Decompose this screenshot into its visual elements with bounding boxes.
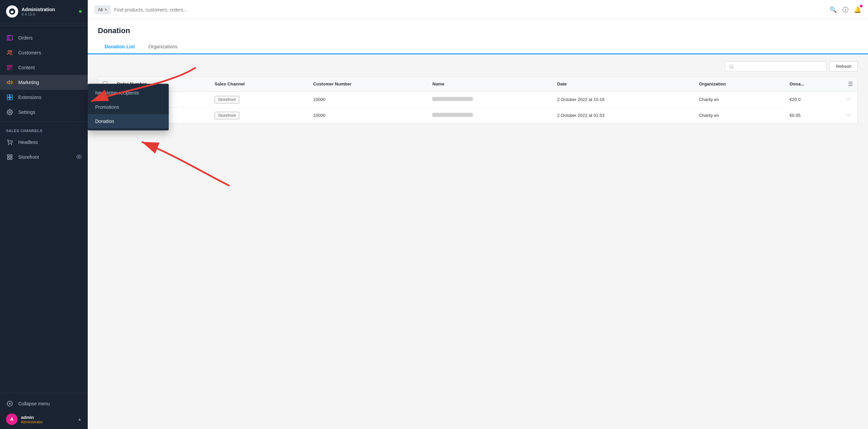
table-search-icon	[729, 64, 734, 69]
sidebar-item-label-extensions: Extensions	[18, 95, 82, 100]
sidebar: Administration 6.4.15.0 Orders Customers	[0, 0, 88, 429]
submenu-flyout: Newsletter recipients Promotions Donatio…	[88, 84, 169, 130]
table-toolbar: Refresh	[98, 61, 858, 72]
svg-rect-1	[7, 35, 12, 40]
user-info: admin Administrator	[21, 415, 43, 424]
table-search-box	[725, 61, 826, 71]
row1-date: 2 October 2022 at 15:16	[552, 92, 694, 107]
storefront-icon	[6, 153, 13, 161]
sidebar-item-orders[interactable]: Orders	[0, 30, 88, 45]
tabs: Donation List Organizations	[98, 40, 858, 53]
row1-sales-channel: Storefront	[210, 92, 308, 107]
header-sales-channel[interactable]: Sales Channel	[210, 77, 308, 92]
collapse-menu-label: Collapse menu	[18, 401, 50, 406]
data-table: Order Number Sales Channel Customer Numb…	[98, 76, 858, 124]
extensions-icon	[6, 94, 13, 101]
svg-point-23	[730, 65, 733, 68]
page-title: Donation	[98, 26, 858, 40]
eye-icon[interactable]	[76, 154, 82, 160]
orders-icon	[6, 34, 13, 42]
row1-channel-badge: Storefront	[215, 96, 239, 103]
sidebar-item-content[interactable]: Content	[0, 60, 88, 75]
header-customer-number[interactable]: Customer Number	[308, 77, 428, 92]
svg-point-4	[10, 51, 12, 52]
topbar-right: 🔍 ⓘ 🔔	[830, 6, 861, 14]
sidebar-item-marketing[interactable]: Marketing	[0, 75, 88, 90]
sidebar-item-label-marketing: Marketing	[18, 80, 82, 85]
tab-organizations[interactable]: Organizations	[141, 40, 184, 54]
collapse-menu-button[interactable]: Collapse menu	[6, 397, 82, 410]
svg-rect-10	[7, 95, 10, 97]
row2-name-blurred	[432, 113, 473, 117]
notification-icon[interactable]: 🔔	[854, 6, 861, 14]
user-chevron-icon[interactable]: ▲	[78, 417, 82, 422]
row2-sales-channel: Storefront	[210, 107, 308, 123]
column-menu-button[interactable]: ☰	[848, 81, 853, 87]
user-avatar: A	[6, 413, 18, 425]
row2-channel-badge: Storefront	[215, 112, 239, 119]
table-search-input[interactable]	[736, 64, 822, 69]
row2-donation: €0.05 ···	[785, 107, 858, 123]
app-name: Administration	[22, 7, 55, 12]
svg-rect-20	[10, 158, 12, 159]
svg-point-21	[78, 156, 80, 157]
collapse-icon	[6, 400, 13, 407]
svg-point-15	[8, 144, 9, 145]
row1-actions-button[interactable]: ···	[844, 96, 853, 103]
sidebar-item-customers[interactable]: Customers	[0, 45, 88, 60]
help-icon[interactable]: ⓘ	[842, 6, 848, 14]
svg-rect-17	[7, 155, 9, 156]
sidebar-item-settings[interactable]: Settings	[0, 105, 88, 120]
row1-name	[428, 92, 552, 107]
sidebar-item-storefront[interactable]: Storefront	[0, 150, 88, 165]
sidebar-header: Administration 6.4.15.0	[0, 0, 88, 23]
table-section: Refresh Order Number Sales Channel Custo…	[88, 54, 868, 130]
row2-customer-number: 10000	[308, 107, 428, 123]
sidebar-item-extensions[interactable]: Extensions	[0, 90, 88, 105]
refresh-button[interactable]: Refresh	[830, 61, 858, 72]
sidebar-item-label-customers: Customers	[18, 50, 82, 55]
online-indicator	[79, 10, 82, 13]
row2-actions-button[interactable]: ···	[844, 111, 853, 119]
header-name[interactable]: Name	[428, 77, 552, 92]
svg-rect-19	[7, 158, 9, 159]
app-info: Administration 6.4.15.0	[22, 7, 55, 17]
page-header: Donation Donation List Organizations	[88, 20, 868, 54]
customers-icon	[6, 49, 13, 56]
main-content: All ▼ 🔍 ⓘ 🔔 Donation Donation List Organ…	[88, 0, 868, 429]
submenu-item-promotions[interactable]: Promotions	[88, 100, 169, 114]
search-icon[interactable]: 🔍	[830, 6, 837, 14]
sales-channels-title: Sales Channels	[0, 124, 88, 135]
sidebar-item-headless[interactable]: Headless	[0, 135, 88, 150]
table-row: 10003 Storefront 10000 2 October 2022 at…	[98, 107, 858, 123]
user-name: admin	[21, 415, 43, 420]
tab-donation-list[interactable]: Donation List	[98, 40, 141, 54]
global-search-input[interactable]	[114, 7, 826, 12]
svg-rect-5	[7, 65, 9, 67]
user-role: Administrator	[21, 420, 43, 424]
row1-organization: Charity en	[694, 92, 785, 107]
svg-point-16	[11, 144, 12, 145]
sidebar-divider-channels	[0, 122, 88, 122]
svg-rect-11	[10, 95, 12, 97]
sidebar-nav: Orders Customers Content	[0, 28, 88, 393]
sidebar-item-label-orders: Orders	[18, 35, 82, 41]
row2-date: 2 October 2022 at 01:53	[552, 107, 694, 123]
svg-point-3	[8, 50, 10, 52]
marketing-icon	[6, 79, 13, 86]
submenu-item-newsletter[interactable]: Newsletter recipients	[88, 86, 169, 100]
table-row: 10005 Storefront 10000 2 October 2022 at…	[98, 92, 858, 107]
submenu-item-donation[interactable]: Donation	[88, 114, 169, 128]
sidebar-bottom: Collapse menu A admin Administrator ▲	[0, 393, 88, 429]
topbar: All ▼ 🔍 ⓘ 🔔	[88, 0, 868, 20]
user-row: A admin Administrator ▲	[6, 410, 82, 425]
settings-icon	[6, 108, 13, 116]
svg-rect-12	[10, 98, 12, 100]
row1-name-blurred	[432, 97, 473, 101]
search-scope-label: All	[98, 7, 103, 12]
svg-rect-13	[7, 98, 10, 100]
header-organization[interactable]: Organization	[694, 77, 785, 92]
svg-rect-6	[10, 65, 12, 67]
header-date[interactable]: Date	[552, 77, 694, 92]
search-scope-button[interactable]: All ▼	[94, 5, 111, 14]
